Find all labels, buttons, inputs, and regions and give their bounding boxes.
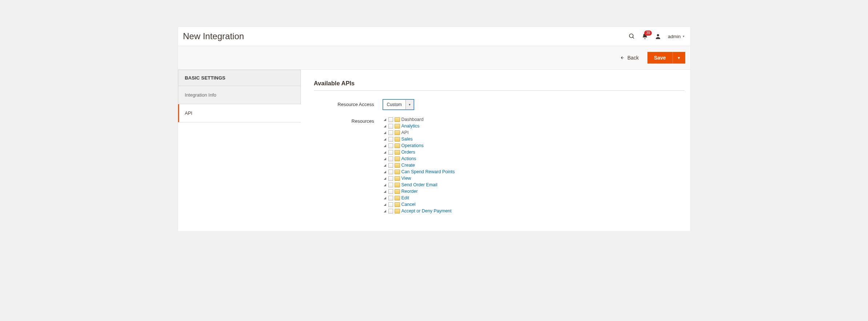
tree-node-api[interactable]: ◢ API: [383, 129, 685, 136]
tree-node-actions[interactable]: ◢ Actions: [383, 155, 685, 162]
tree-collapse-icon[interactable]: ◢: [383, 163, 387, 167]
tree-node-accept-deny[interactable]: ◢ Accept or Deny Payment: [383, 208, 685, 214]
tree-collapse-icon[interactable]: ◢: [383, 150, 387, 154]
tree-checkbox[interactable]: [388, 170, 393, 174]
folder-icon: [395, 130, 400, 135]
tree-node-cancel[interactable]: ◢ Cancel: [383, 201, 685, 208]
folder-icon: [395, 183, 400, 187]
tab-api[interactable]: API: [178, 104, 301, 122]
tree-checkbox[interactable]: [388, 176, 393, 181]
tree-checkbox[interactable]: [388, 130, 393, 135]
actions-bar: Back Save ▼: [178, 46, 690, 69]
page-title: New Integration: [183, 31, 244, 41]
tree-checkbox[interactable]: [388, 183, 393, 187]
tree-collapse-icon[interactable]: ◢: [383, 137, 387, 141]
tree-node-sales[interactable]: ◢ Sales: [383, 136, 685, 142]
tab-integration-info[interactable]: Integration Info: [178, 86, 301, 104]
resources-label: Resources: [314, 116, 383, 124]
tree-label: Can Spend Reward Points: [401, 169, 455, 174]
tree-label: Orders: [401, 150, 415, 155]
tree-checkbox[interactable]: [388, 209, 393, 214]
folder-icon: [395, 176, 400, 181]
folder-icon: [395, 170, 400, 174]
tree-checkbox[interactable]: [388, 150, 393, 155]
tree-node-orders[interactable]: ◢ Orders: [383, 149, 685, 155]
tree-collapse-icon[interactable]: ◢: [383, 183, 387, 187]
tree-checkbox[interactable]: [388, 124, 393, 129]
tree-node-dashboard[interactable]: ◢ Dashboard: [383, 116, 685, 123]
folder-icon: [395, 157, 400, 161]
tree-collapse-icon[interactable]: ◢: [383, 118, 387, 121]
tree-checkbox[interactable]: [388, 196, 393, 200]
fieldset-heading: Available APIs: [314, 80, 685, 91]
tree-collapse-icon[interactable]: ◢: [383, 190, 387, 193]
tree-node-reorder[interactable]: ◢ Reorder: [383, 188, 685, 195]
svg-point-0: [629, 34, 633, 38]
save-dropdown-toggle[interactable]: ▼: [673, 52, 685, 64]
tree-label: Edit: [401, 195, 409, 200]
tree-collapse-icon[interactable]: ◢: [383, 209, 387, 213]
tree-node-send-email[interactable]: ◢ Send Order Email: [383, 182, 685, 188]
save-button[interactable]: Save: [647, 52, 673, 64]
tree-label: Cancel: [401, 202, 416, 207]
resource-access-value: Custom: [383, 102, 405, 107]
folder-icon: [395, 202, 400, 207]
folder-icon: [395, 209, 400, 214]
tree-collapse-icon[interactable]: ◢: [383, 196, 387, 200]
tree-checkbox[interactable]: [388, 189, 393, 194]
admin-menu-label: admin: [668, 34, 681, 39]
tree-label: Sales: [401, 137, 413, 142]
tree-checkbox[interactable]: [388, 157, 393, 161]
resources-row: Resources ◢ Dashboard: [314, 116, 685, 214]
resource-access-select[interactable]: Custom ▼: [383, 99, 414, 110]
folder-icon: [395, 117, 400, 122]
back-button-label: Back: [627, 55, 639, 61]
select-toggle: ▼: [405, 100, 413, 109]
tree-collapse-icon[interactable]: ◢: [383, 157, 387, 160]
tree-collapse-icon[interactable]: ◢: [383, 144, 387, 147]
tree-label: API: [401, 130, 409, 135]
tree-checkbox[interactable]: [388, 143, 393, 148]
resource-access-control: Custom ▼: [383, 99, 685, 110]
folder-icon: [395, 150, 400, 155]
tree-label: Dashboard: [401, 117, 424, 122]
tree-label: Reorder: [401, 189, 418, 194]
folder-icon: [395, 124, 400, 129]
back-button[interactable]: Back: [619, 55, 639, 61]
folder-icon: [395, 143, 400, 148]
page-wrapper: New Integration 39 admin ▼ Back Save: [178, 27, 690, 231]
resource-access-label: Resource Access: [314, 99, 383, 107]
admin-menu[interactable]: admin ▼: [668, 34, 685, 39]
tree-node-can-spend[interactable]: ◢ Can Spend Reward Points: [383, 168, 685, 175]
tree-label: Analytics: [401, 123, 420, 129]
tree-collapse-icon[interactable]: ◢: [383, 170, 387, 174]
tree-node-edit[interactable]: ◢ Edit: [383, 195, 685, 201]
chevron-down-icon: ▼: [682, 35, 685, 38]
tree-node-operations[interactable]: ◢ Operations: [383, 142, 685, 149]
svg-point-2: [657, 34, 659, 36]
tree-checkbox[interactable]: [388, 117, 393, 122]
tree-node-view[interactable]: ◢ View: [383, 175, 685, 182]
user-icon[interactable]: [655, 33, 661, 40]
tree-checkbox[interactable]: [388, 202, 393, 207]
tree-label: Operations: [401, 143, 424, 148]
resources-tree: ◢ Dashboard ◢ Analytics: [383, 116, 685, 214]
svg-line-1: [633, 37, 634, 38]
tree-collapse-icon[interactable]: ◢: [383, 203, 387, 206]
tree-collapse-icon[interactable]: ◢: [383, 124, 387, 128]
save-button-group: Save ▼: [647, 52, 685, 64]
folder-icon: [395, 137, 400, 142]
content-area: Available APIs Resource Access Custom ▼ …: [301, 70, 690, 231]
tree-collapse-icon[interactable]: ◢: [383, 176, 387, 180]
tree-checkbox[interactable]: [388, 137, 393, 142]
tree-collapse-icon[interactable]: ◢: [383, 131, 387, 134]
tree-node-analytics[interactable]: ◢ Analytics: [383, 123, 685, 129]
notifications-icon[interactable]: 39: [642, 33, 648, 40]
search-icon[interactable]: [629, 33, 635, 40]
chevron-down-icon: ▼: [408, 103, 411, 106]
tree-node-create[interactable]: ◢ Create: [383, 162, 685, 168]
page-header: New Integration 39 admin ▼: [178, 27, 690, 46]
chevron-down-icon: ▼: [677, 56, 681, 60]
tree-label: Actions: [401, 156, 416, 161]
tree-checkbox[interactable]: [388, 163, 393, 168]
